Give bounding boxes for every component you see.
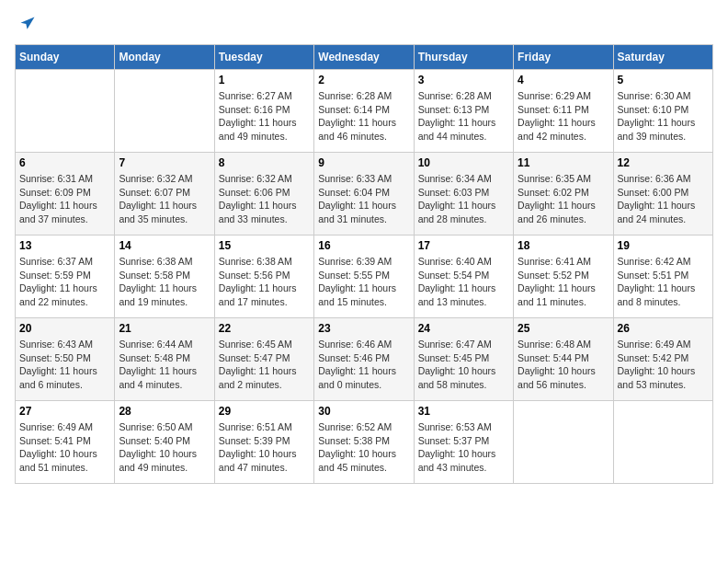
day-details: Sunrise: 6:48 AM Sunset: 5:44 PM Dayligh… [518, 338, 609, 392]
calendar-cell: 8Sunrise: 6:32 AM Sunset: 6:06 PM Daylig… [214, 153, 313, 236]
calendar-cell: 3Sunrise: 6:28 AM Sunset: 6:13 PM Daylig… [414, 70, 513, 153]
day-number: 25 [518, 322, 609, 335]
calendar-cell [613, 401, 712, 484]
calendar-cell: 18Sunrise: 6:41 AM Sunset: 5:52 PM Dayli… [514, 236, 613, 318]
day-details: Sunrise: 6:38 AM Sunset: 5:56 PM Dayligh… [219, 255, 310, 309]
day-number: 9 [318, 156, 409, 169]
day-details: Sunrise: 6:49 AM Sunset: 5:41 PM Dayligh… [19, 420, 110, 475]
calendar-cell: 15Sunrise: 6:38 AM Sunset: 5:56 PM Dayli… [214, 236, 313, 318]
day-number: 11 [518, 156, 609, 169]
day-number: 10 [418, 156, 509, 169]
day-details: Sunrise: 6:28 AM Sunset: 6:13 PM Dayligh… [418, 89, 509, 144]
day-number: 29 [219, 405, 310, 418]
day-number: 27 [19, 405, 110, 418]
day-number: 31 [418, 405, 509, 418]
day-number: 15 [219, 239, 310, 252]
calendar-cell: 13Sunrise: 6:37 AM Sunset: 5:59 PM Dayli… [16, 236, 115, 318]
calendar-cell: 23Sunrise: 6:46 AM Sunset: 5:46 PM Dayli… [314, 318, 414, 401]
day-number: 6 [19, 156, 110, 169]
day-number: 1 [219, 74, 310, 86]
weekday-header-thursday: Thursday [414, 45, 513, 70]
calendar-cell: 1Sunrise: 6:27 AM Sunset: 6:16 PM Daylig… [214, 70, 313, 153]
day-number: 18 [518, 239, 609, 252]
day-number: 14 [119, 239, 210, 252]
day-details: Sunrise: 6:35 AM Sunset: 6:02 PM Dayligh… [518, 172, 609, 226]
day-number: 24 [418, 322, 509, 335]
calendar-week-5: 27Sunrise: 6:49 AM Sunset: 5:41 PM Dayli… [16, 401, 713, 484]
day-number: 3 [418, 74, 509, 86]
day-number: 4 [518, 74, 609, 86]
logo [15, 15, 37, 33]
logo-bird-icon [18, 15, 37, 33]
weekday-header-tuesday: Tuesday [214, 45, 313, 70]
calendar-cell: 29Sunrise: 6:51 AM Sunset: 5:39 PM Dayli… [214, 401, 313, 484]
day-details: Sunrise: 6:46 AM Sunset: 5:46 PM Dayligh… [318, 338, 409, 392]
day-number: 30 [318, 405, 409, 418]
day-details: Sunrise: 6:51 AM Sunset: 5:39 PM Dayligh… [219, 420, 310, 475]
calendar-cell: 2Sunrise: 6:28 AM Sunset: 6:14 PM Daylig… [314, 70, 414, 153]
day-details: Sunrise: 6:45 AM Sunset: 5:47 PM Dayligh… [219, 338, 310, 392]
calendar-cell: 12Sunrise: 6:36 AM Sunset: 6:00 PM Dayli… [613, 153, 712, 236]
calendar-cell: 17Sunrise: 6:40 AM Sunset: 5:54 PM Dayli… [414, 236, 513, 318]
day-number: 20 [19, 322, 110, 335]
day-details: Sunrise: 6:44 AM Sunset: 5:48 PM Dayligh… [119, 338, 210, 392]
weekday-header-monday: Monday [115, 45, 214, 70]
calendar-cell [16, 70, 115, 153]
day-number: 13 [19, 239, 110, 252]
calendar-cell: 19Sunrise: 6:42 AM Sunset: 5:51 PM Dayli… [613, 236, 712, 318]
calendar-body: 1Sunrise: 6:27 AM Sunset: 6:16 PM Daylig… [16, 70, 713, 484]
day-details: Sunrise: 6:38 AM Sunset: 5:58 PM Dayligh… [119, 255, 210, 309]
calendar-cell: 4Sunrise: 6:29 AM Sunset: 6:11 PM Daylig… [514, 70, 613, 153]
calendar-header: SundayMondayTuesdayWednesdayThursdayFrid… [16, 45, 713, 70]
weekday-header-wednesday: Wednesday [314, 45, 414, 70]
calendar-cell: 11Sunrise: 6:35 AM Sunset: 6:02 PM Dayli… [514, 153, 613, 236]
day-number: 2 [318, 74, 409, 86]
day-number: 7 [119, 156, 210, 169]
day-number: 17 [418, 239, 509, 252]
calendar-cell: 21Sunrise: 6:44 AM Sunset: 5:48 PM Dayli… [115, 318, 214, 401]
calendar-week-2: 6Sunrise: 6:31 AM Sunset: 6:09 PM Daylig… [16, 153, 713, 236]
day-details: Sunrise: 6:36 AM Sunset: 6:00 PM Dayligh… [618, 172, 709, 226]
calendar-cell: 31Sunrise: 6:53 AM Sunset: 5:37 PM Dayli… [414, 401, 513, 484]
calendar-week-3: 13Sunrise: 6:37 AM Sunset: 5:59 PM Dayli… [16, 236, 713, 318]
calendar-week-1: 1Sunrise: 6:27 AM Sunset: 6:16 PM Daylig… [16, 70, 713, 153]
calendar-cell: 24Sunrise: 6:47 AM Sunset: 5:45 PM Dayli… [414, 318, 513, 401]
day-details: Sunrise: 6:33 AM Sunset: 6:04 PM Dayligh… [318, 172, 409, 226]
day-number: 28 [119, 405, 210, 418]
day-number: 26 [618, 322, 709, 335]
calendar-cell: 26Sunrise: 6:49 AM Sunset: 5:42 PM Dayli… [613, 318, 712, 401]
day-details: Sunrise: 6:31 AM Sunset: 6:09 PM Dayligh… [19, 172, 110, 226]
day-details: Sunrise: 6:30 AM Sunset: 6:10 PM Dayligh… [618, 89, 709, 144]
day-details: Sunrise: 6:41 AM Sunset: 5:52 PM Dayligh… [518, 255, 609, 309]
calendar-cell: 7Sunrise: 6:32 AM Sunset: 6:07 PM Daylig… [115, 153, 214, 236]
day-details: Sunrise: 6:47 AM Sunset: 5:45 PM Dayligh… [418, 338, 509, 392]
calendar-cell: 22Sunrise: 6:45 AM Sunset: 5:47 PM Dayli… [214, 318, 313, 401]
day-details: Sunrise: 6:27 AM Sunset: 6:16 PM Dayligh… [219, 89, 310, 144]
calendar-cell: 20Sunrise: 6:43 AM Sunset: 5:50 PM Dayli… [16, 318, 115, 401]
day-details: Sunrise: 6:34 AM Sunset: 6:03 PM Dayligh… [418, 172, 509, 226]
day-details: Sunrise: 6:50 AM Sunset: 5:40 PM Dayligh… [119, 420, 210, 475]
weekday-row: SundayMondayTuesdayWednesdayThursdayFrid… [16, 45, 713, 70]
calendar-table: SundayMondayTuesdayWednesdayThursdayFrid… [15, 44, 713, 484]
calendar-cell [115, 70, 214, 153]
day-details: Sunrise: 6:29 AM Sunset: 6:11 PM Dayligh… [518, 89, 609, 144]
day-number: 19 [618, 239, 709, 252]
calendar-cell: 25Sunrise: 6:48 AM Sunset: 5:44 PM Dayli… [514, 318, 613, 401]
weekday-header-sunday: Sunday [16, 45, 115, 70]
day-details: Sunrise: 6:32 AM Sunset: 6:06 PM Dayligh… [219, 172, 310, 226]
day-number: 5 [618, 74, 709, 86]
calendar-cell: 5Sunrise: 6:30 AM Sunset: 6:10 PM Daylig… [613, 70, 712, 153]
day-details: Sunrise: 6:40 AM Sunset: 5:54 PM Dayligh… [418, 255, 509, 309]
day-number: 12 [618, 156, 709, 169]
weekday-header-friday: Friday [514, 45, 613, 70]
day-number: 22 [219, 322, 310, 335]
day-number: 8 [219, 156, 310, 169]
calendar-cell: 14Sunrise: 6:38 AM Sunset: 5:58 PM Dayli… [115, 236, 214, 318]
day-details: Sunrise: 6:39 AM Sunset: 5:55 PM Dayligh… [318, 255, 409, 309]
calendar-cell: 27Sunrise: 6:49 AM Sunset: 5:41 PM Dayli… [16, 401, 115, 484]
day-number: 16 [318, 239, 409, 252]
calendar-week-4: 20Sunrise: 6:43 AM Sunset: 5:50 PM Dayli… [16, 318, 713, 401]
day-details: Sunrise: 6:42 AM Sunset: 5:51 PM Dayligh… [618, 255, 709, 309]
calendar-cell: 16Sunrise: 6:39 AM Sunset: 5:55 PM Dayli… [314, 236, 414, 318]
day-details: Sunrise: 6:53 AM Sunset: 5:37 PM Dayligh… [418, 420, 509, 475]
